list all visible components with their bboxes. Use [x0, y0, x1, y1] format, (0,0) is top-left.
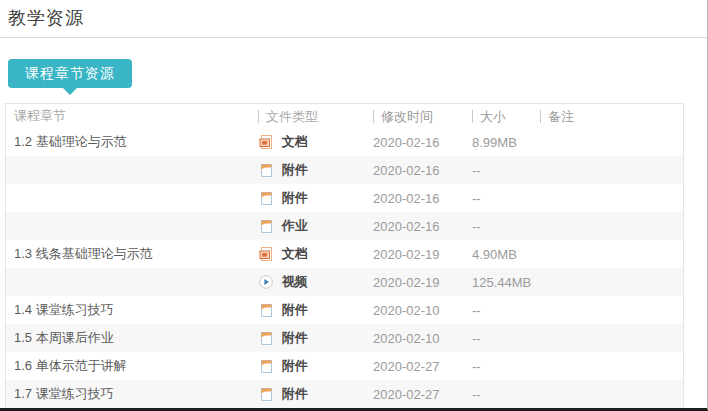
file-type-label: 附件: [282, 358, 308, 373]
table-row[interactable]: 1.6 单体示范于讲解: [6, 352, 683, 380]
table-row[interactable]: 附件 2020-02-16 --: [6, 156, 683, 184]
chapter-cell: 1.2 基础理论与示范: [6, 133, 226, 151]
column-header-size: 大小: [468, 109, 532, 124]
modified-cell: 2020-02-16: [366, 219, 468, 234]
size-cell: 4.90MB: [468, 247, 532, 262]
file-type-label: 附件: [282, 190, 308, 205]
table-row[interactable]: 视频 2020-02-19 125.44MB: [6, 268, 683, 296]
size-cell: --: [468, 387, 532, 402]
document-icon: [258, 246, 274, 262]
resources-table: 课程章节 文件类型 修改时间 大小 备注 1.2 基础理论与示范: [5, 103, 684, 408]
attachment-icon: [258, 386, 274, 402]
file-type-label: 附件: [282, 386, 308, 401]
tab-label: 课程章节资源: [25, 65, 115, 81]
table-header-row: 课程章节 文件类型 修改时间 大小 备注: [6, 104, 683, 128]
file-type-cell: 附件: [226, 161, 366, 179]
document-icon: [258, 134, 274, 150]
file-type-cell: 附件: [226, 385, 366, 403]
table-row[interactable]: 1.4 课堂练习技巧: [6, 296, 683, 324]
file-type-cell: 附件: [226, 189, 366, 207]
column-header-file-type: 文件类型: [226, 109, 366, 124]
file-type-label: 附件: [282, 162, 308, 177]
attachment-icon: [258, 162, 274, 178]
attachment-icon: [258, 218, 274, 234]
file-type-cell: 视频: [226, 273, 366, 291]
file-type-cell: 附件: [226, 357, 366, 375]
chapter-cell: 1.3 线条基础理论与示范: [6, 245, 226, 263]
table-row[interactable]: 1.5 本周课后作业: [6, 324, 683, 352]
modified-cell: 2020-02-19: [366, 247, 468, 262]
chapter-cell: 1.5 本周课后作业: [6, 329, 226, 347]
file-type-cell: 文档: [226, 133, 366, 151]
page: 教学资源 课程章节资源 课程章节 文件类型 修改时间 大小 备注 1.2 基础理…: [0, 0, 708, 411]
file-type-cell: 附件: [226, 301, 366, 319]
table-row[interactable]: 1.3 线条基础理论与示范: [6, 240, 683, 268]
column-header-note: 备注: [532, 109, 683, 124]
size-cell: --: [468, 303, 532, 318]
file-type-label: 文档: [282, 246, 308, 261]
size-cell: --: [468, 219, 532, 234]
attachment-icon: [258, 190, 274, 206]
table-row[interactable]: 作业 2020-02-16 --: [6, 212, 683, 240]
tab-course-chapter-resources[interactable]: 课程章节资源: [8, 59, 132, 88]
file-type-label: 附件: [282, 302, 308, 317]
tab-pointer-icon: [63, 88, 77, 95]
file-type-label: 文档: [282, 134, 308, 149]
attachment-icon: [258, 358, 274, 374]
file-type-cell: 作业: [226, 217, 366, 235]
column-header-modified: 修改时间: [366, 109, 468, 124]
file-type-label: 作业: [282, 218, 308, 233]
attachment-icon: [258, 302, 274, 318]
size-cell: --: [468, 359, 532, 374]
file-type-label: 附件: [282, 330, 308, 345]
size-cell: --: [468, 331, 532, 346]
size-cell: --: [468, 163, 532, 178]
table-row[interactable]: 1.2 基础理论与示范: [6, 128, 683, 156]
attachment-icon: [258, 330, 274, 346]
file-type-label: 视频: [282, 274, 308, 289]
modified-cell: 2020-02-10: [366, 331, 468, 346]
modified-cell: 2020-02-16: [366, 191, 468, 206]
file-type-cell: 附件: [226, 329, 366, 347]
table-row[interactable]: 附件 2020-02-16 --: [6, 184, 683, 212]
table-row[interactable]: 1.7 课堂练习技巧: [6, 380, 683, 408]
file-type-cell: 文档: [226, 245, 366, 263]
modified-cell: 2020-02-16: [366, 163, 468, 178]
modified-cell: 2020-02-10: [366, 303, 468, 318]
title-divider: [0, 37, 707, 38]
modified-cell: 2020-02-27: [366, 359, 468, 374]
chapter-cell: 1.4 课堂练习技巧: [6, 301, 226, 319]
chapter-cell: 1.7 课堂练习技巧: [6, 385, 226, 403]
size-cell: --: [468, 191, 532, 206]
table-body: 1.2 基础理论与示范: [6, 128, 683, 408]
column-header-chapter: 课程章节: [6, 107, 226, 125]
modified-cell: 2020-02-16: [366, 135, 468, 150]
size-cell: 125.44MB: [468, 275, 532, 290]
page-title: 教学资源: [8, 6, 84, 30]
video-icon: [258, 274, 274, 290]
modified-cell: 2020-02-27: [366, 387, 468, 402]
modified-cell: 2020-02-19: [366, 275, 468, 290]
chapter-cell: 1.6 单体示范于讲解: [6, 357, 226, 375]
size-cell: 8.99MB: [468, 135, 532, 150]
